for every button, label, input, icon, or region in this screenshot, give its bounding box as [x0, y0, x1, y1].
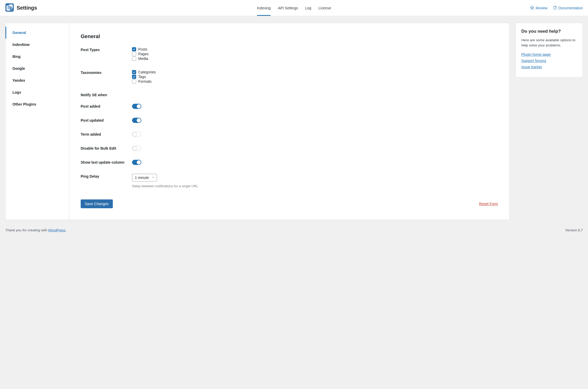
brand: Settings	[5, 3, 37, 13]
help-link-issue-tracker[interactable]: Issue tracker	[521, 65, 577, 69]
chevron-down-icon	[151, 176, 155, 180]
checkbox-tags-label: Tags	[138, 75, 146, 79]
help-card: Do you need help? Here are some availabl…	[515, 23, 583, 78]
label-bulk-edit: Disable for Bulk Edit	[81, 146, 132, 150]
label-taxonomies: Taxonomies	[81, 70, 132, 75]
footer-thanks-suffix: .	[66, 228, 67, 232]
sidebar: General IndexNow Bing Google Yandex Logs…	[5, 23, 69, 220]
checkbox-categories-label: Categories	[138, 70, 156, 74]
label-ping-delay: Ping Delay	[81, 174, 132, 178]
label-last-update: Show last update column	[81, 160, 132, 164]
row-ping-delay: Ping Delay 1 minute Delay between notifi…	[81, 174, 498, 188]
toggle-post-added[interactable]	[132, 104, 141, 109]
sidebar-item-general[interactable]: General	[5, 27, 69, 39]
reset-form-link[interactable]: Reset Form	[479, 202, 498, 206]
toggle-bulk-edit[interactable]	[132, 146, 141, 151]
checkbox-formats[interactable]	[132, 79, 136, 84]
row-term-added: Term added	[81, 132, 498, 137]
star-icon	[530, 6, 534, 10]
checkbox-formats-label: Formats	[138, 79, 151, 84]
topbar: Settings Indexing API Settings Log Licen…	[0, 0, 588, 16]
row-last-update: Show last update column	[81, 160, 498, 165]
section-heading-notify: Notify SE when	[81, 93, 498, 97]
sidebar-item-indexnow[interactable]: IndexNow	[5, 39, 69, 51]
checkbox-tags[interactable]	[132, 75, 136, 79]
toggle-post-updated[interactable]	[132, 118, 141, 123]
checkbox-pages-label: Pages	[138, 52, 149, 56]
help-link-plugin-home[interactable]: Plugin home page	[521, 52, 577, 57]
file-icon	[553, 6, 557, 10]
settings-main: General Post Types Posts Page	[69, 23, 509, 220]
save-button[interactable]: Save Changes	[81, 199, 113, 208]
checkbox-pages[interactable]	[132, 52, 136, 56]
header-tabs: Indexing API Settings Log License	[257, 0, 331, 16]
checkbox-posts[interactable]	[132, 47, 136, 51]
row-taxonomies: Taxonomies Categories Tags	[81, 70, 498, 84]
svg-marker-6	[530, 6, 534, 9]
footer-thanks: Thank you for creating with WordPress.	[5, 228, 66, 232]
checkbox-media-label: Media	[138, 57, 148, 61]
label-term-added: Term added	[81, 132, 132, 136]
sidebar-item-bing[interactable]: Bing	[5, 51, 69, 62]
label-post-types: Post Types	[81, 47, 132, 52]
row-post-types: Post Types Posts Pages	[81, 47, 498, 61]
select-ping-delay-value: 1 minute	[135, 176, 149, 180]
sidebar-item-other-plugins[interactable]: Other Plugins	[5, 98, 69, 110]
toggle-last-update[interactable]	[132, 160, 141, 165]
checkbox-media[interactable]	[132, 57, 136, 61]
documentation-label: Documentation	[558, 6, 583, 10]
footer-thanks-prefix: Thank you for creating with	[5, 228, 48, 232]
tab-api-settings[interactable]: API Settings	[278, 0, 298, 16]
toggle-term-added[interactable]	[132, 132, 141, 137]
tab-indexing[interactable]: Indexing	[257, 0, 271, 16]
help-intro: Here are some available options to help …	[521, 38, 577, 48]
row-post-updated: Post updated	[81, 118, 498, 123]
tab-log[interactable]: Log	[305, 0, 311, 16]
row-bulk-edit: Disable for Bulk Edit	[81, 146, 498, 151]
review-label: Review	[536, 6, 548, 10]
help-title: Do you need help?	[521, 29, 577, 34]
sidebar-item-google[interactable]: Google	[5, 62, 69, 74]
sidebar-item-logs[interactable]: Logs	[5, 86, 69, 98]
label-post-updated: Post updated	[81, 118, 132, 122]
form-actions: Save Changes Reset Form	[81, 199, 498, 208]
checkbox-categories[interactable]	[132, 70, 136, 74]
hint-ping-delay: Delay between notifications for a single…	[132, 184, 498, 188]
settings-card: General IndexNow Bing Google Yandex Logs…	[5, 23, 510, 220]
review-link[interactable]: Review	[530, 6, 548, 10]
right-column: Do you need help? Here are some availabl…	[515, 23, 583, 220]
tab-license[interactable]: License	[319, 0, 331, 16]
select-ping-delay[interactable]: 1 minute	[132, 174, 157, 182]
documentation-link[interactable]: Documentation	[553, 6, 583, 10]
page-title: Settings	[17, 5, 37, 11]
content-wrap: General IndexNow Bing Google Yandex Logs…	[0, 16, 588, 225]
row-post-added: Post added	[81, 104, 498, 109]
plugin-logo-icon	[5, 3, 14, 13]
sidebar-item-yandex[interactable]: Yandex	[5, 74, 69, 86]
section-heading-general: General	[81, 33, 498, 39]
footer-wordpress-link[interactable]: WordPress	[48, 228, 66, 232]
footer: Thank you for creating with WordPress. V…	[0, 225, 588, 237]
footer-version: Version 6.7	[565, 228, 583, 232]
checkbox-posts-label: Posts	[138, 47, 147, 51]
label-post-added: Post added	[81, 104, 132, 108]
control-post-types: Posts Pages Media	[132, 47, 498, 61]
top-links: Review Documentation	[530, 6, 583, 10]
help-link-support-forums[interactable]: Support forums	[521, 59, 577, 63]
control-taxonomies: Categories Tags Formats	[132, 70, 498, 84]
